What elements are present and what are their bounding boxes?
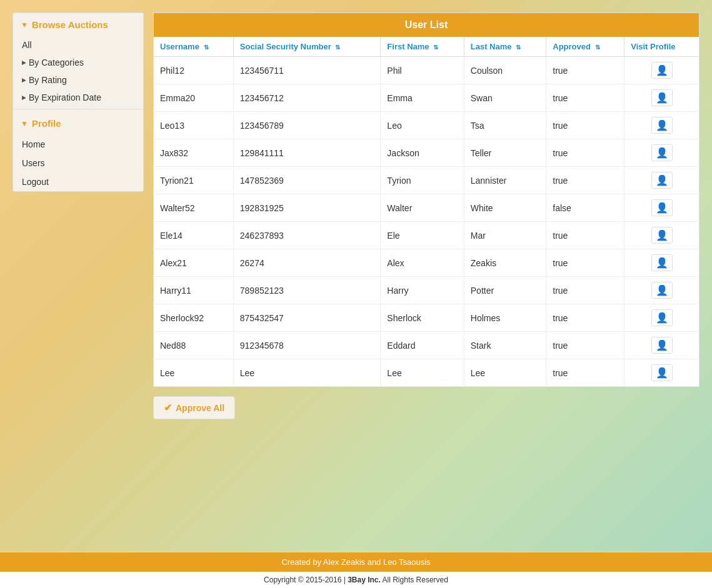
col-lastname-label: Last Name [471, 42, 512, 51]
approve-all-container: ✔ Approve All [153, 387, 699, 422]
table-title: User List [154, 13, 699, 37]
visit-profile-button[interactable]: 👤 [651, 254, 673, 271]
cell-visit-profile: 👤 [624, 112, 699, 139]
cell-approved: true [546, 139, 624, 167]
cell-approved: true [546, 359, 624, 387]
sidebar-item-users[interactable]: Users [13, 154, 143, 172]
visit-profile-button[interactable]: 👤 [651, 172, 673, 189]
visit-profile-button[interactable]: 👤 [651, 364, 673, 381]
cell-username: Jax832 [154, 139, 234, 167]
sidebar: ▼ Browse Auctions All By Categories By R… [13, 12, 144, 192]
sidebar-item-logout[interactable]: Logout [13, 172, 143, 191]
col-header-lastname[interactable]: Last Name ⇅ [464, 37, 546, 57]
table-row: LeeLeeLeeLeetrue👤 [154, 359, 699, 387]
main-content-area: User List Username ⇅ Social Security Num… [153, 12, 699, 422]
sidebar-item-home[interactable]: Home [13, 135, 143, 154]
user-list-table: User List Username ⇅ Social Security Num… [153, 12, 699, 387]
approve-all-check-icon: ✔ [164, 402, 172, 414]
cell-username: Alex21 [154, 249, 234, 277]
cell-lastname: Swan [464, 84, 546, 112]
cell-lastname: Lannister [464, 167, 546, 194]
cell-firstname: Alex [381, 249, 464, 277]
table-row: Jax832129841111JacksonTellertrue👤 [154, 139, 699, 167]
cell-visit-profile: 👤 [624, 222, 699, 249]
col-header-firstname[interactable]: First Name ⇅ [381, 37, 464, 57]
cell-approved: true [546, 277, 624, 304]
col-header-ssn[interactable]: Social Security Number ⇅ [233, 37, 381, 57]
profile-section[interactable]: ▼ Profile [13, 112, 143, 135]
profile-arrow: ▼ [21, 119, 28, 128]
cell-username: Walter52 [154, 194, 234, 222]
cell-lastname: Coulson [464, 57, 546, 84]
by-categories-label: By Categories [29, 57, 84, 67]
cell-ssn: 123456789 [233, 112, 381, 139]
sidebar-item-by-categories[interactable]: By Categories [13, 54, 143, 71]
cell-lastname: Holmes [464, 304, 546, 332]
cell-lastname: Zeakis [464, 249, 546, 277]
cell-visit-profile: 👤 [624, 249, 699, 277]
cell-approved: true [546, 304, 624, 332]
table-body: Phil12123456711PhilCoulsontrue👤Emma20123… [154, 57, 699, 387]
col-firstname-label: First Name [387, 42, 429, 51]
sidebar-item-by-expiration[interactable]: By Expiration Date [13, 89, 143, 106]
cell-firstname: Jackson [381, 139, 464, 167]
cell-username: Ele14 [154, 222, 234, 249]
visit-profile-button[interactable]: 👤 [651, 309, 673, 326]
cell-visit-profile: 👤 [624, 57, 699, 84]
table-row: Tyrion21147852369TyrionLannistertrue👤 [154, 167, 699, 194]
cell-firstname: Lee [381, 359, 464, 387]
table-row: Leo13123456789LeoTsatrue👤 [154, 112, 699, 139]
table-title-row: User List [154, 13, 699, 37]
cell-approved: true [546, 112, 624, 139]
cell-lastname: Potter [464, 277, 546, 304]
visit-profile-button[interactable]: 👤 [651, 337, 673, 354]
table-row: Harry11789852123HarryPottertrue👤 [154, 277, 699, 304]
cell-username: Harry11 [154, 277, 234, 304]
col-header-approved[interactable]: Approved ⇅ [546, 37, 624, 57]
cell-username: Phil12 [154, 57, 234, 84]
rights-text: All Rights Reserved [383, 576, 448, 584]
sidebar-item-by-rating[interactable]: By Rating [13, 71, 143, 89]
cell-lastname: Stark [464, 332, 546, 359]
cell-firstname: Emma [381, 84, 464, 112]
cell-firstname: Harry [381, 277, 464, 304]
table-row: Ned88912345678EddardStarktrue👤 [154, 332, 699, 359]
browse-auctions-title: Browse Auctions [32, 19, 108, 30]
cell-visit-profile: 👤 [624, 167, 699, 194]
cell-username: Lee [154, 359, 234, 387]
visit-profile-button[interactable]: 👤 [651, 89, 673, 106]
cell-visit-profile: 👤 [624, 277, 699, 304]
by-expiration-label: By Expiration Date [29, 92, 101, 102]
cell-visit-profile: 👤 [624, 84, 699, 112]
visit-profile-button[interactable]: 👤 [651, 227, 673, 244]
cell-firstname: Tyrion [381, 167, 464, 194]
cell-lastname: Lee [464, 359, 546, 387]
col-header-username[interactable]: Username ⇅ [154, 37, 234, 57]
cell-username: Tyrion21 [154, 167, 234, 194]
cell-ssn: 129841111 [233, 139, 381, 167]
cell-ssn: 246237893 [233, 222, 381, 249]
ssn-sort-icon: ⇅ [335, 44, 340, 51]
cell-firstname: Phil [381, 57, 464, 84]
visit-profile-button[interactable]: 👤 [651, 62, 673, 79]
cell-ssn: 123456712 [233, 84, 381, 112]
table-row: Emma20123456712EmmaSwantrue👤 [154, 84, 699, 112]
approve-all-button[interactable]: ✔ Approve All [153, 396, 235, 419]
firstname-sort-icon: ⇅ [433, 44, 438, 51]
sidebar-item-all[interactable]: All [13, 36, 143, 54]
lastname-sort-icon: ⇅ [516, 44, 521, 51]
visit-profile-button[interactable]: 👤 [651, 199, 673, 216]
cell-username: Emma20 [154, 84, 234, 112]
approve-all-label: Approve All [176, 403, 224, 413]
table-row: Sherlock92875432547SherlockHolmestrue👤 [154, 304, 699, 332]
table-row: Walter52192831925WalterWhitefalse👤 [154, 194, 699, 222]
table-row: Phil12123456711PhilCoulsontrue👤 [154, 57, 699, 84]
visit-profile-button[interactable]: 👤 [651, 117, 673, 134]
cell-lastname: White [464, 194, 546, 222]
visit-profile-button[interactable]: 👤 [651, 144, 673, 161]
cell-lastname: Teller [464, 139, 546, 167]
cell-ssn: 123456711 [233, 57, 381, 84]
visit-profile-button[interactable]: 👤 [651, 282, 673, 299]
cell-ssn: 875432547 [233, 304, 381, 332]
browse-auctions-section[interactable]: ▼ Browse Auctions [13, 13, 143, 36]
